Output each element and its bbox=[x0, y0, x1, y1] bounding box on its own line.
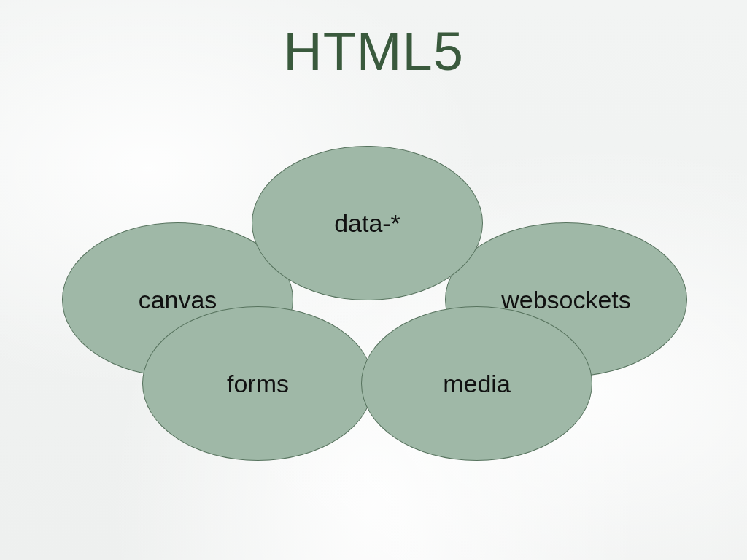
bubble-data-attributes: data-* bbox=[252, 146, 483, 300]
bubble-label: canvas bbox=[139, 286, 217, 314]
bubble-media: media bbox=[361, 306, 592, 461]
bubble-forms: forms bbox=[142, 306, 374, 461]
bubble-label: data-* bbox=[334, 209, 400, 238]
slide-stage: HTML5 canvas websockets data-* forms med… bbox=[0, 0, 747, 560]
bubble-label: media bbox=[443, 370, 511, 398]
bubble-label: websockets bbox=[501, 286, 631, 314]
slide-title: HTML5 bbox=[0, 20, 747, 82]
bubble-label: forms bbox=[227, 370, 289, 398]
